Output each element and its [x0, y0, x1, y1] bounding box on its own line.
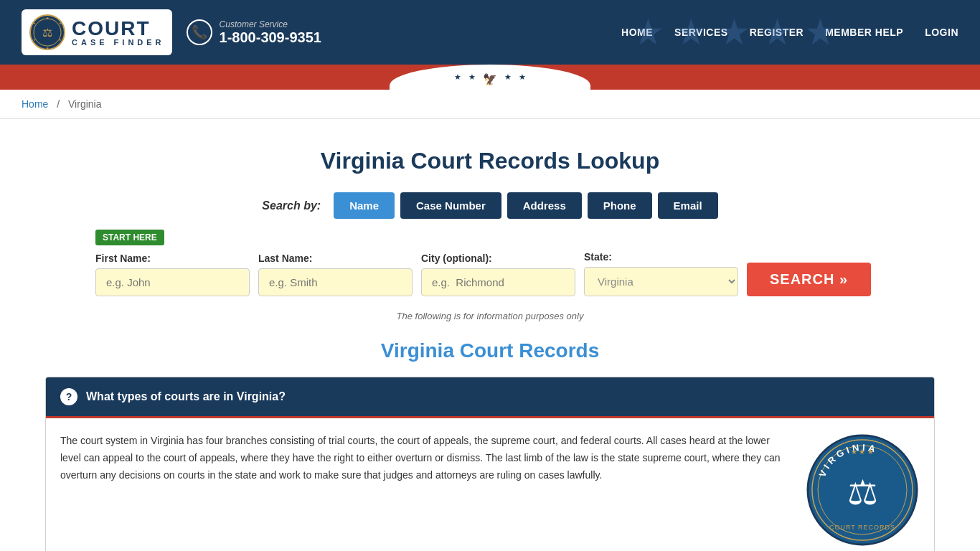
breadcrumb-home[interactable]: Home — [22, 98, 48, 110]
state-label: State: — [584, 251, 738, 263]
star-icon: ★ — [454, 72, 461, 86]
star-icon: ★ — [675, 11, 707, 53]
cs-label: Customer Service — [220, 19, 321, 29]
section-title: Virginia Court Records — [45, 339, 935, 362]
info-text: The following is for information purpose… — [45, 311, 935, 321]
breadcrumb-separator: / — [57, 98, 60, 110]
search-section: Search by: Name Case Number Address Phon… — [45, 192, 935, 296]
logo-case-finder-label: CASE FINDER — [72, 39, 165, 47]
cs-phone: 1-800-309-9351 — [220, 29, 321, 46]
svg-text:★: ★ — [33, 38, 36, 42]
star-icon: ★ — [632, 11, 664, 53]
main-content: Virginia Court Records Lookup Search by:… — [24, 119, 956, 551]
tab-phone[interactable]: Phone — [588, 192, 652, 219]
star-icon: ★ — [761, 11, 793, 53]
breadcrumb: Home / Virginia — [0, 90, 980, 119]
last-name-group: Last Name: — [258, 253, 413, 296]
nav-member-help[interactable]: MEMBER HELP — [825, 27, 903, 38]
breadcrumb-current: Virginia — [68, 98, 101, 110]
svg-text:★: ★ — [59, 38, 62, 42]
first-name-input[interactable] — [95, 268, 250, 296]
last-name-input[interactable] — [258, 268, 413, 296]
site-header: ★ ★ ★ ★ ★ ★ ★ ★ ★ ★ ★ ⚖ COURT CASE FIN — [0, 0, 980, 65]
star-icon: ★ — [718, 11, 750, 53]
search-by-row: Search by: Name Case Number Address Phon… — [45, 192, 935, 219]
state-group: State: AlabamaAlaskaArizonaArkansasCalif… — [584, 251, 738, 296]
header-arch-container: ★ ★ 🦅 ★ ★ — [0, 65, 980, 90]
form-container: START HERE First Name: Last Name: City (… — [95, 230, 885, 296]
header-stars-bg: ★ ★ ★ ★ ★ — [632, 0, 837, 65]
arch-decoration: ★ ★ 🦅 ★ ★ — [454, 68, 526, 86]
faq-header[interactable]: ? What types of courts are in Virginia? — [46, 377, 934, 416]
faq-item: ? What types of courts are in Virginia? … — [45, 377, 935, 551]
tab-case-number[interactable]: Case Number — [400, 192, 501, 219]
first-name-group: First Name: — [95, 253, 250, 296]
eagle-icon: 🦅 — [483, 72, 497, 86]
star-icon: ★ — [804, 11, 837, 53]
faq-question-text: What types of courts are in Virginia? — [86, 390, 286, 403]
faq-body: The court system in Virginia has four br… — [46, 416, 934, 551]
tab-address[interactable]: Address — [507, 192, 582, 219]
header-left: ★ ★ ★ ★ ★ ★ ⚖ COURT CASE FINDER 📞 Custom… — [22, 9, 321, 55]
logo-emblem-icon: ★ ★ ★ ★ ★ ★ ⚖ — [29, 14, 66, 51]
virginia-seal-icon: VIRGINIA ★ ★ ★ ⚖ COURT RECORDS — [805, 433, 920, 547]
start-here-badge: START HERE — [95, 230, 164, 245]
search-by-label: Search by: — [262, 199, 321, 212]
svg-text:⚖: ⚖ — [847, 474, 878, 512]
svg-text:COURT RECORDS: COURT RECORDS — [829, 524, 895, 531]
customer-service-text: Customer Service 1-800-309-9351 — [220, 19, 321, 46]
state-select[interactable]: AlabamaAlaskaArizonaArkansasCaliforniaCo… — [584, 267, 738, 296]
city-group: City (optional): — [421, 253, 575, 296]
search-form: First Name: Last Name: City (optional): … — [95, 251, 885, 296]
city-label: City (optional): — [421, 253, 575, 264]
tab-name[interactable]: Name — [334, 192, 395, 219]
tab-email[interactable]: Email — [658, 192, 718, 219]
phone-icon: 📞 — [187, 19, 212, 45]
page-title: Virginia Court Records Lookup — [45, 148, 935, 174]
faq-question-icon: ? — [60, 388, 77, 405]
site-logo[interactable]: ★ ★ ★ ★ ★ ★ ⚖ COURT CASE FINDER — [22, 9, 172, 55]
faq-answer-text: The court system in Virginia has four br… — [60, 433, 791, 484]
search-button[interactable]: SEARCH » — [747, 263, 871, 296]
last-name-label: Last Name: — [258, 253, 413, 264]
svg-text:⚖: ⚖ — [42, 27, 52, 39]
nav-login[interactable]: LOGIN — [925, 27, 958, 38]
city-input[interactable] — [421, 268, 575, 296]
logo-text: COURT CASE FINDER — [72, 19, 165, 47]
logo-court-label: COURT — [72, 19, 165, 39]
svg-text:★: ★ — [59, 22, 62, 25]
svg-text:★: ★ — [33, 22, 36, 25]
star-icon: ★ — [468, 72, 476, 86]
star-icon: ★ — [519, 72, 526, 86]
first-name-label: First Name: — [95, 253, 250, 264]
svg-text:★ ★ ★: ★ ★ ★ — [851, 448, 875, 456]
customer-service: 📞 Customer Service 1-800-309-9351 — [187, 19, 321, 46]
star-icon: ★ — [504, 72, 512, 86]
